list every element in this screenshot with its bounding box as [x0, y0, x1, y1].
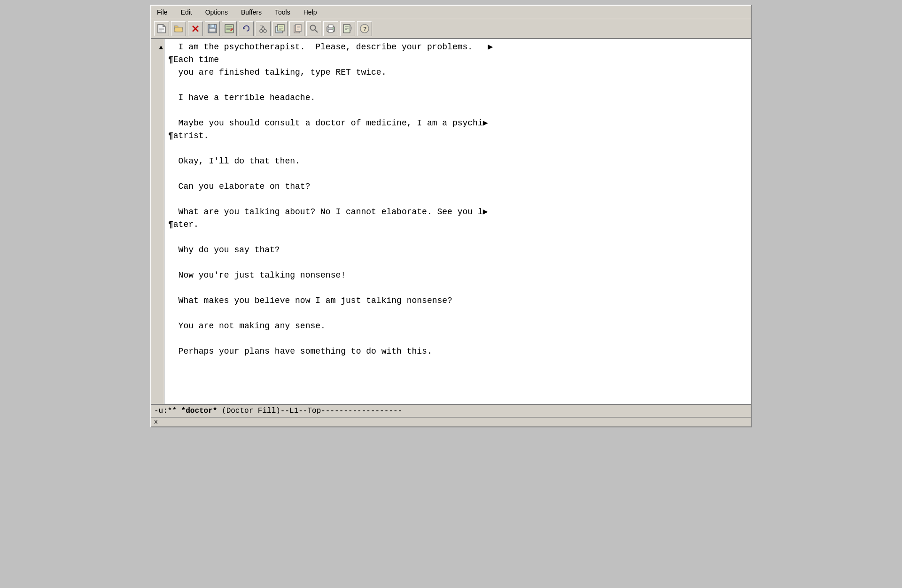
app-window: File Edit Options Buffers Tools Help [150, 5, 752, 427]
paste-button[interactable] [272, 21, 288, 36]
text-line-2: ¶Each time [168, 54, 747, 66]
text-line-8: ¶atrist. [168, 130, 747, 142]
svg-rect-34 [328, 30, 333, 32]
text-line-25: Perhaps your plans have something to do … [168, 345, 747, 358]
buffer-name: *doctor* [181, 407, 218, 415]
help-button[interactable]: ? [357, 21, 372, 36]
text-line-21: What makes you believe now I am just tal… [168, 294, 747, 307]
svg-point-16 [264, 30, 266, 32]
undo-icon [241, 23, 251, 34]
svg-rect-33 [328, 25, 333, 28]
text-line-7: Maybe you should consult a doctor of med… [168, 117, 747, 130]
new-file-icon [156, 23, 167, 34]
text-line-20 [168, 282, 747, 294]
print-icon [326, 23, 336, 34]
menu-edit[interactable]: Edit [179, 8, 194, 17]
status-text: -u:** *doctor* (Doctor Fill)--L1--Top---… [154, 407, 402, 415]
gutter-mark-1: ▲ [159, 42, 163, 53]
text-line-24 [168, 333, 747, 345]
text-line-4 [168, 79, 747, 92]
help-icon: ? [359, 23, 370, 34]
spellcheck-icon [342, 23, 353, 34]
open-file-button[interactable] [171, 21, 186, 36]
print-button[interactable] [323, 21, 338, 36]
svg-marker-0 [158, 24, 165, 33]
text-line-1: I am the psychotherapist. Please, descri… [168, 41, 747, 54]
svg-rect-7 [210, 24, 214, 28]
text-line-11 [168, 168, 747, 180]
text-line-6 [168, 104, 747, 117]
svg-rect-9 [210, 25, 211, 27]
text-line-22 [168, 307, 747, 320]
svg-text:?: ? [363, 26, 366, 32]
svg-line-31 [315, 30, 318, 32]
cut-button[interactable] [256, 21, 271, 36]
mode-text: (Doctor Fill)--L1--Top------------------ [222, 407, 402, 415]
svg-rect-8 [209, 29, 216, 32]
text-line-9 [168, 142, 747, 155]
copy-icon [292, 23, 302, 34]
search-button[interactable] [306, 21, 321, 36]
text-line-19: Now you're just talking nonsense! [168, 269, 747, 282]
open-folder-icon [173, 23, 184, 34]
svg-point-30 [311, 25, 316, 31]
undo-button[interactable] [239, 21, 254, 36]
text-line-14: What are you talking about? No I cannot … [168, 206, 747, 218]
menu-options[interactable]: Options [203, 8, 230, 17]
edit-button[interactable] [222, 21, 237, 36]
search-icon [309, 23, 319, 34]
status-bar: -u:** *doctor* (Doctor Fill)--L1--Top---… [151, 404, 751, 417]
svg-rect-21 [278, 24, 284, 31]
mini-buffer-cursor: x [154, 418, 158, 426]
text-line-10: Okay, I'll do that then. [168, 155, 747, 168]
toolbar: ? [151, 19, 751, 39]
editor-area[interactable]: ▲ ¶ ¶ ¶ ¶ ¶ ¶ I am the psychotherapist. … [151, 39, 751, 404]
menu-file[interactable]: File [155, 8, 170, 17]
text-line-12: Can you elaborate on that? [168, 180, 747, 193]
text-line-5: I have a terrible headache. [168, 92, 747, 104]
new-file-button[interactable] [154, 21, 169, 36]
menu-bar: File Edit Options Buffers Tools Help [151, 6, 751, 19]
mini-buffer[interactable]: x [151, 417, 751, 426]
save-button[interactable] [205, 21, 220, 36]
line-gutter: ▲ ¶ ¶ ¶ ¶ ¶ ¶ [151, 39, 164, 404]
copy-button[interactable] [289, 21, 304, 36]
menu-help[interactable]: Help [302, 8, 319, 17]
text-line-23: You are not making any sense. [168, 320, 747, 333]
svg-line-18 [263, 26, 265, 30]
cut-icon [258, 23, 268, 34]
menu-buffers[interactable]: Buffers [239, 8, 264, 17]
text-line-13 [168, 193, 747, 206]
svg-point-15 [260, 30, 263, 32]
close-icon [190, 23, 201, 34]
svg-rect-36 [343, 24, 350, 33]
edit-icon [224, 23, 234, 34]
save-icon [207, 23, 218, 34]
close-button[interactable] [188, 21, 203, 36]
spellcheck-button[interactable] [340, 21, 355, 36]
svg-line-17 [261, 26, 263, 30]
menu-tools[interactable]: Tools [273, 8, 292, 17]
svg-point-35 [333, 28, 334, 29]
editor-text[interactable]: I am the psychotherapist. Please, descri… [164, 39, 751, 404]
text-line-3: you are finished talking, type RET twice… [168, 66, 747, 79]
text-line-18 [168, 256, 747, 269]
text-line-17: Why do you say that? [168, 244, 747, 256]
text-line-15: ¶ater. [168, 218, 747, 231]
text-line-16 [168, 231, 747, 244]
paste-icon [275, 23, 285, 34]
